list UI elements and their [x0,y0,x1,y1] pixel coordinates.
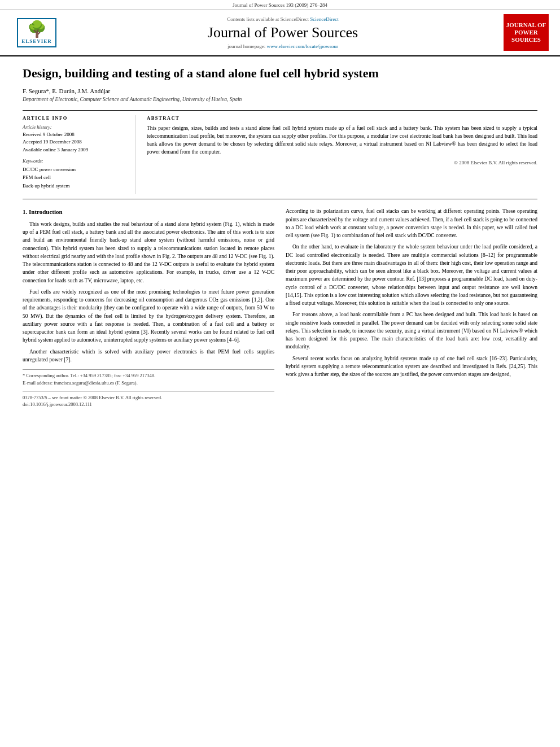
article-abstract-section: ABSTRACT This paper designs, sizes, buil… [135,115,537,195]
journal-homepage-link[interactable]: www.elsevier.com/locate/jpowsour [267,43,338,49]
section1-col2-para-4: Several recent works focus on analyzing … [286,355,537,379]
doi-line: doi:10.1016/j.jpowsour.2008.12.111 [23,401,274,408]
journal-homepage: journal homepage: www.elsevier.com/locat… [62,43,504,49]
section1-col2-para-1: According to its polarization curve, fue… [286,207,537,239]
section1-para-2: Fuel cells are widely recognized as one … [23,288,274,344]
accepted-date: Accepted 19 December 2008 [23,138,126,146]
elsevier-logo: 🌳 ELSEVIER [11,14,62,51]
article-authors: F. Segura*, E. Durán, J.M. Andújar [23,88,537,94]
jps-logo-text: JOURNAL OFPOWERSOURCES [506,21,546,44]
article-info-left: ARTICLE INFO Article history: Received 9… [23,115,135,195]
body-col-left: 1. Introduction This work designs, build… [23,207,274,408]
journal-title-center: Contents lists available at ScienceDirec… [62,16,504,49]
contents-available-line: Contents lists available at ScienceDirec… [62,16,504,22]
keyword-2: PEM fuel cell [23,173,126,181]
abstract-label: ABSTRACT [147,115,537,121]
footnote-area: * Corresponding author. Tel.: +34 959 21… [23,369,274,387]
journal-header: 🌳 ELSEVIER Contents lists available at S… [0,10,560,56]
article-info-section: ARTICLE INFO Article history: Received 9… [23,110,537,200]
email-footnote: E-mail address: francisca.segura@diesia.… [23,379,274,387]
copyright-line: © 2008 Elsevier B.V. All rights reserved… [147,160,537,165]
keyword-1: DC/DC power conversion [23,165,126,173]
received-date: Received 9 October 2008 [23,131,126,139]
journal-citation: Journal of Power Sources 193 (2009) 276–… [0,0,560,10]
journal-logo-right: JOURNAL OFPOWERSOURCES [504,14,549,51]
elsevier-tree-icon: 🌳 [21,21,52,37]
doi-area: 0378-7753/$ – see front matter © 2008 El… [23,391,274,409]
available-date: Available online 3 January 2009 [23,146,126,154]
section1-para-1: This work designs, builds and studies th… [23,220,274,285]
main-content: Design, building and testing of a stand … [0,56,560,420]
journal-main-title: Journal of Power Sources [62,24,504,41]
keywords-block: Keywords: DC/DC power conversion PEM fue… [23,158,126,190]
section1-col2-para-2: On the other hand, to evaluate in the la… [286,243,537,307]
article-history-block: Article history: Received 9 October 2008… [23,124,126,154]
section1-heading: 1. Introduction [23,207,274,217]
keywords-label: Keywords: [23,158,126,164]
body-columns: 1. Introduction This work designs, build… [23,207,537,408]
sciencedirect-link[interactable]: ScienceDirect [310,16,338,22]
issn-line: 0378-7753/$ – see front matter © 2008 El… [23,394,274,401]
article-info-label: ARTICLE INFO [23,115,126,121]
keyword-3: Back-up hybrid system [23,182,126,190]
section1-col2-para-3: For reasons above, a load bank controlla… [286,311,537,351]
corresponding-author-footnote: * Corresponding author. Tel.: +34 959 21… [23,372,274,379]
article-title: Design, building and testing of a stand … [23,65,537,82]
abstract-text: This paper designs, sizes, builds and te… [147,124,537,156]
section1-para-3: Another characteristic which is solved w… [23,348,274,364]
body-col-right: According to its polarization curve, fue… [286,207,537,408]
history-label: Article history: [23,124,126,130]
article-affiliation: Department of Electronic, Computer Scien… [23,97,537,102]
